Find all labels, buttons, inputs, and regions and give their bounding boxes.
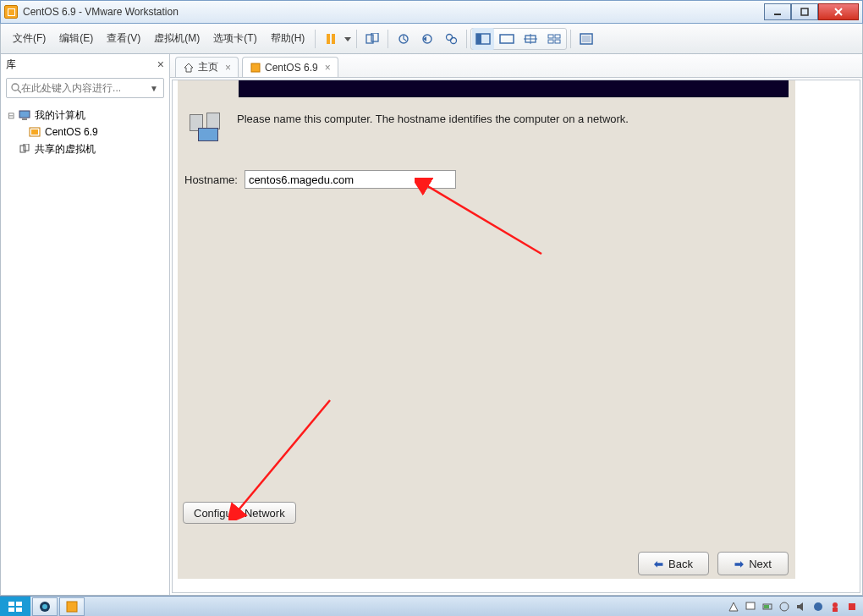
tree-my-computer[interactable]: ⊟ 我的计算机 <box>4 107 166 124</box>
arrow-right-icon: ➡ <box>734 558 744 570</box>
tab-label: CentOS 6.9 <box>265 62 318 74</box>
menu-tabs[interactable]: 选项卡(T) <box>206 28 263 49</box>
tray-icon[interactable] <box>829 601 841 613</box>
hostname-row: Hostname: <box>184 170 456 189</box>
power-dropdown[interactable] <box>343 36 353 42</box>
window-title: CentOS 6.9 - VMware Workstation <box>23 6 179 18</box>
svg-rect-5 <box>332 34 335 44</box>
tray-volume-icon[interactable] <box>795 601 807 613</box>
minimize-button[interactable] <box>764 3 791 20</box>
installer-screen: Please name this computer. The hostname … <box>178 80 795 579</box>
library-close-icon[interactable]: × <box>157 58 164 71</box>
tree-label: 共享的虚拟机 <box>35 142 96 157</box>
tray-network-icon[interactable] <box>778 601 790 613</box>
library-title: 库 <box>6 58 16 72</box>
separator <box>570 30 571 48</box>
vmware-icon <box>4 5 18 19</box>
tab-close-icon[interactable]: × <box>225 62 231 74</box>
manage-snapshots-button[interactable] <box>440 28 462 50</box>
menu-edit[interactable]: 编辑(E) <box>52 28 100 49</box>
svg-rect-33 <box>24 144 29 151</box>
svg-rect-23 <box>555 40 560 43</box>
svg-rect-55 <box>833 608 838 612</box>
annotation-arrow <box>415 178 550 262</box>
menu-help[interactable]: 帮助(H) <box>264 28 312 49</box>
console-view-button[interactable] <box>472 28 494 50</box>
menu-vm[interactable]: 虚拟机(M) <box>147 28 206 49</box>
svg-rect-31 <box>31 129 38 135</box>
svg-point-51 <box>780 602 789 611</box>
tab-strip: 主页 × CentOS 6.9 × <box>170 54 862 78</box>
configure-network-wrap: Configure Network <box>183 502 296 524</box>
tab-centos[interactable]: CentOS 6.9 × <box>242 57 338 77</box>
svg-rect-20 <box>548 35 553 38</box>
tab-home[interactable]: 主页 × <box>175 57 239 77</box>
library-search[interactable]: ▼ <box>6 78 164 98</box>
close-button[interactable] <box>818 3 859 20</box>
fullscreen-button[interactable] <box>575 28 597 50</box>
vm-icon <box>28 125 41 139</box>
tray-power-icon[interactable] <box>761 601 773 613</box>
snapshot-button[interactable] <box>393 28 415 50</box>
menu-file[interactable]: 文件(F) <box>6 28 52 49</box>
collapse-icon[interactable]: ⊟ <box>8 111 18 120</box>
maximize-button[interactable] <box>791 3 818 20</box>
thumbnail-view-button[interactable] <box>496 28 518 50</box>
back-button[interactable]: ⬅Back <box>638 552 709 575</box>
tray-icon[interactable] <box>846 601 858 613</box>
tree-vm-centos[interactable]: CentOS 6.9 <box>4 124 166 140</box>
svg-point-45 <box>42 604 47 609</box>
svg-point-13 <box>451 37 457 43</box>
library-search-input[interactable] <box>21 82 148 94</box>
tree-shared-vms[interactable]: 共享的虚拟机 <box>4 140 166 157</box>
tree-label: 我的计算机 <box>35 108 85 123</box>
svg-rect-56 <box>849 603 855 610</box>
vm-console[interactable]: Please name this computer. The hostname … <box>172 80 860 593</box>
start-button[interactable] <box>0 597 30 617</box>
installer-description: Please name this computer. The hostname … <box>237 113 629 143</box>
separator <box>388 30 388 48</box>
system-tray <box>728 601 863 613</box>
next-button[interactable]: ➡Next <box>717 552 789 575</box>
svg-line-37 <box>425 184 541 254</box>
installer-header: Please name this computer. The hostname … <box>190 113 643 143</box>
svg-rect-32 <box>20 146 25 152</box>
vm-icon <box>250 62 261 74</box>
menubar: 文件(F) 编辑(E) 查看(V) 虚拟机(M) 选项卡(T) 帮助(H) <box>0 24 863 54</box>
pause-button[interactable] <box>320 28 342 50</box>
windows-taskbar <box>0 596 863 616</box>
tree-label: CentOS 6.9 <box>45 126 98 138</box>
menu-view[interactable]: 查看(V) <box>100 28 147 49</box>
window-titlebar: CentOS 6.9 - VMware Workstation <box>0 0 863 24</box>
svg-rect-21 <box>555 35 560 38</box>
tab-label: 主页 <box>198 60 218 74</box>
arrow-left-icon: ⬅ <box>654 558 663 570</box>
svg-rect-43 <box>16 608 22 612</box>
library-tree: ⊟ 我的计算机 CentOS 6.9 共享的虚拟机 <box>1 102 169 162</box>
tray-icon[interactable] <box>728 601 739 613</box>
svg-marker-52 <box>797 602 803 611</box>
separator <box>315 30 316 48</box>
svg-rect-50 <box>764 605 769 608</box>
tray-flag-icon[interactable] <box>745 601 756 613</box>
taskbar-item[interactable] <box>32 597 58 616</box>
search-icon <box>10 82 21 94</box>
svg-marker-47 <box>729 602 738 611</box>
content-area: 主页 × CentOS 6.9 × Please name this compu… <box>170 54 862 595</box>
library-sidebar: 库 × ▼ ⊟ 我的计算机 CentOS 6.9 共享的虚拟机 <box>1 54 170 595</box>
svg-marker-6 <box>344 37 351 41</box>
send-ctrl-alt-del-button[interactable] <box>361 28 383 50</box>
tray-icon[interactable] <box>812 601 824 613</box>
stretch-guest-button[interactable] <box>519 28 541 50</box>
network-icon <box>190 113 228 143</box>
svg-rect-35 <box>251 63 260 72</box>
svg-point-53 <box>814 602 822 611</box>
hostname-input[interactable] <box>245 170 456 189</box>
unity-mode-button[interactable] <box>543 28 565 50</box>
revert-snapshot-button[interactable] <box>416 28 438 50</box>
search-dropdown-icon[interactable]: ▼ <box>148 84 160 93</box>
tab-close-icon[interactable]: × <box>325 62 331 74</box>
taskbar-item-vmware[interactable] <box>59 597 85 616</box>
svg-rect-40 <box>8 602 14 606</box>
configure-network-button[interactable]: Configure Network <box>183 502 296 524</box>
